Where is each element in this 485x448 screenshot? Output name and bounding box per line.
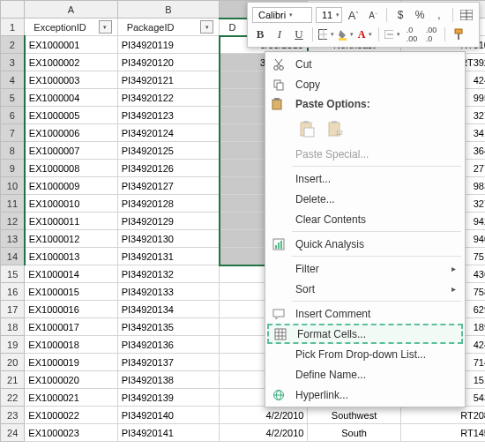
grow-font-icon[interactable]: A˄: [346, 7, 362, 23]
format-table-icon[interactable]: [459, 7, 474, 23]
increase-decimal-icon[interactable]: .0.00: [404, 26, 420, 42]
row-header-18[interactable]: 18: [1, 318, 25, 336]
menu-clear-contents[interactable]: Clear Contents: [267, 209, 463, 229]
fill-color-icon[interactable]: ▾: [338, 26, 354, 42]
row-header-14[interactable]: 14: [1, 248, 25, 265]
cell-A19[interactable]: EX1000018: [25, 336, 117, 354]
cell-A15[interactable]: EX1000014: [25, 265, 117, 283]
cell-B18[interactable]: PI34920135: [117, 318, 220, 336]
menu-copy[interactable]: Copy: [267, 74, 463, 94]
cell-A21[interactable]: EX1000020: [25, 371, 117, 389]
cell-B5[interactable]: PI34920122: [117, 89, 220, 107]
row-header-7[interactable]: 7: [1, 124, 25, 142]
cell-A8[interactable]: EX1000007: [25, 142, 117, 160]
cell-A24[interactable]: EX1000023: [25, 424, 117, 442]
cell-B6[interactable]: PI34920123: [117, 107, 220, 124]
row-header-23[interactable]: 23: [1, 407, 25, 424]
row-header-17[interactable]: 17: [1, 301, 25, 318]
menu-insert-comment[interactable]: Insert Comment: [267, 303, 463, 324]
paste-option-values-icon[interactable]: 123: [324, 117, 347, 140]
row-header-2[interactable]: 2: [1, 36, 25, 54]
filter-button-B[interactable]: ▾: [200, 20, 213, 34]
row-header-15[interactable]: 15: [1, 265, 25, 283]
cell-B3[interactable]: PI34920120: [117, 54, 220, 71]
cell-B13[interactable]: PI34920130: [117, 230, 220, 248]
row-header-12[interactable]: 12: [1, 213, 25, 230]
cell-A18[interactable]: EX1000017: [25, 318, 117, 336]
comma-format-icon[interactable]: ,: [431, 7, 447, 23]
cell-A22[interactable]: EX1000021: [25, 389, 117, 407]
font-color-icon[interactable]: A▾: [357, 26, 373, 42]
cell-B14[interactable]: PI34920131: [117, 248, 220, 265]
cell-A10[interactable]: EX1000009: [25, 177, 117, 195]
paste-option-default-icon[interactable]: [295, 117, 318, 140]
cell-B8[interactable]: PI34920125: [117, 142, 220, 160]
filter-button-A[interactable]: ▾: [99, 20, 112, 34]
cell-D23[interactable]: Southwest: [308, 407, 400, 424]
shrink-font-icon[interactable]: A˅: [365, 7, 381, 23]
menu-sort[interactable]: Sort: [267, 279, 463, 299]
cell-C23[interactable]: 4/2/2010: [220, 407, 308, 424]
cell-B16[interactable]: PI34920133: [117, 283, 220, 301]
cell-A1[interactable]: ExceptionID▾: [25, 19, 117, 36]
cell-B7[interactable]: PI34920124: [117, 124, 220, 142]
cell-A9[interactable]: EX1000008: [25, 160, 117, 177]
cell-E23[interactable]: RT208: [400, 407, 485, 424]
menu-hyperlink[interactable]: Hyperlink...: [267, 385, 463, 405]
bold-icon[interactable]: B: [252, 26, 268, 42]
cell-B23[interactable]: PI34920140: [117, 407, 220, 424]
row-header-5[interactable]: 5: [1, 89, 25, 107]
cell-A6[interactable]: EX1000005: [25, 107, 117, 124]
underline-icon[interactable]: U: [291, 26, 307, 42]
menu-cut[interactable]: Cut: [267, 54, 463, 74]
cell-B1[interactable]: PackageID▾: [117, 19, 220, 36]
row-header-6[interactable]: 6: [1, 107, 25, 124]
row-header-8[interactable]: 8: [1, 142, 25, 160]
row-header-24[interactable]: 24: [1, 424, 25, 442]
row-header-1[interactable]: 1: [1, 19, 25, 36]
cell-B12[interactable]: PI34920129: [117, 213, 220, 230]
cell-A7[interactable]: EX1000006: [25, 124, 117, 142]
percent-format-icon[interactable]: %: [412, 7, 428, 23]
cell-A3[interactable]: EX1000002: [25, 54, 117, 71]
cell-D24[interactable]: South: [308, 424, 400, 442]
menu-filter[interactable]: Filter: [267, 258, 463, 279]
italic-icon[interactable]: I: [272, 26, 287, 42]
cell-A20[interactable]: EX1000019: [25, 354, 117, 371]
row-header-3[interactable]: 3: [1, 54, 25, 71]
cell-A4[interactable]: EX1000003: [25, 71, 117, 89]
cell-B11[interactable]: PI34920128: [117, 195, 220, 213]
menu-format-cells[interactable]: Format Cells...: [267, 324, 463, 344]
cell-B17[interactable]: PI34920134: [117, 301, 220, 318]
cell-B10[interactable]: PI34920127: [117, 177, 220, 195]
col-header-B[interactable]: B: [117, 1, 220, 19]
cell-B22[interactable]: PI34920139: [117, 389, 220, 407]
decrease-decimal-icon[interactable]: .00.0: [423, 26, 439, 42]
menu-define-name[interactable]: Define Name...: [267, 364, 463, 385]
merge-center-icon[interactable]: ▾: [384, 26, 400, 42]
font-family-combo[interactable]: Calibri▾: [252, 7, 312, 23]
cell-C24[interactable]: 4/2/2010: [220, 424, 308, 442]
accounting-format-icon[interactable]: $: [392, 7, 408, 23]
row-header-21[interactable]: 21: [1, 371, 25, 389]
cell-B24[interactable]: PI34920141: [117, 424, 220, 442]
cell-A11[interactable]: EX1000010: [25, 195, 117, 213]
row-header-19[interactable]: 19: [1, 336, 25, 354]
col-header-A[interactable]: A: [25, 1, 117, 19]
format-painter-icon[interactable]: [451, 26, 466, 42]
cell-B9[interactable]: PI34920126: [117, 160, 220, 177]
cell-A2[interactable]: EX1000001: [25, 36, 117, 54]
menu-quick-analysis[interactable]: Quick Analysis: [267, 234, 463, 254]
row-header-22[interactable]: 22: [1, 389, 25, 407]
row-header-13[interactable]: 13: [1, 230, 25, 248]
row-header-4[interactable]: 4: [1, 71, 25, 89]
row-header-16[interactable]: 16: [1, 283, 25, 301]
font-size-combo[interactable]: 11▾: [316, 7, 342, 23]
cell-A12[interactable]: EX1000011: [25, 213, 117, 230]
cell-E24[interactable]: RT145: [400, 424, 485, 442]
cell-A5[interactable]: EX1000004: [25, 89, 117, 107]
cell-A17[interactable]: EX1000016: [25, 301, 117, 318]
cell-B19[interactable]: PI34920136: [117, 336, 220, 354]
cell-B15[interactable]: PI34920132: [117, 265, 220, 283]
row-header-11[interactable]: 11: [1, 195, 25, 213]
